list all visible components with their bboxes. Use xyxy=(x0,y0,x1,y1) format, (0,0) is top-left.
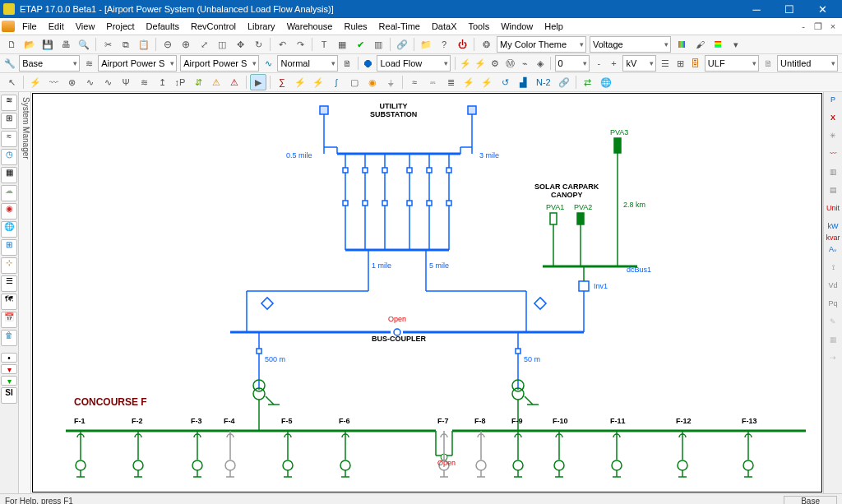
doc-icon[interactable]: 🗎 xyxy=(340,55,354,72)
wave-icon[interactable]: ∿ xyxy=(261,55,275,72)
motor-icon[interactable]: Ⓜ xyxy=(503,55,516,72)
plus-icon[interactable]: + xyxy=(607,55,620,72)
new-icon[interactable]: 🗋 xyxy=(3,36,20,53)
open-icon[interactable]: 📂 xyxy=(21,36,38,53)
menu-tools[interactable]: Tools xyxy=(463,20,496,33)
zig-icon[interactable]: 〰 xyxy=(45,74,62,90)
arrow-icon[interactable]: ↖ xyxy=(3,74,20,90)
switch-icon[interactable]: ⌁ xyxy=(519,55,532,72)
help-icon[interactable]: ? xyxy=(436,36,452,53)
sine2-icon[interactable]: ∿ xyxy=(99,74,116,90)
dock-si-icon[interactable]: SI xyxy=(1,387,17,404)
check-icon[interactable]: ✔ xyxy=(352,36,368,53)
r-sym-icon[interactable]: ⟟ xyxy=(826,263,840,278)
menu-help[interactable]: Help xyxy=(539,20,569,33)
mdi-min[interactable]: - xyxy=(796,21,811,32)
app-menu-icon[interactable] xyxy=(2,21,15,32)
dock-res-icon[interactable]: ≈ xyxy=(1,131,17,147)
orange-icon[interactable]: ◉ xyxy=(364,74,381,90)
link-icon[interactable]: 🔗 xyxy=(394,36,410,53)
menu-library[interactable]: Library xyxy=(242,20,281,33)
r-star-icon[interactable]: ✳ xyxy=(826,132,840,146)
loop-icon[interactable]: ↺ xyxy=(497,74,513,90)
dock-red-icon[interactable]: ◉ xyxy=(1,203,17,220)
system1-combo[interactable]: Airport Power S xyxy=(98,55,177,72)
bolt3-icon[interactable]: ⚡ xyxy=(27,74,44,90)
run-icon[interactable]: ▶ xyxy=(250,74,266,90)
r-bars-icon[interactable]: ▤ xyxy=(826,186,840,201)
gear-icon[interactable]: ⚙ xyxy=(488,55,502,72)
dock-sched-icon[interactable]: ☰ xyxy=(1,275,17,292)
bolt5-icon[interactable]: ⚡ xyxy=(310,74,326,90)
mdi-restore[interactable]: ❐ xyxy=(811,21,826,32)
relay-icon[interactable]: ◈ xyxy=(534,55,547,72)
chart-icon[interactable]: ▟ xyxy=(515,74,531,90)
bolt2-icon[interactable]: ⚡ xyxy=(474,55,487,72)
color-bars-icon[interactable] xyxy=(673,36,690,53)
globe-icon[interactable]: 🌐 xyxy=(598,74,614,90)
zoom-out-icon[interactable]: ⊖ xyxy=(160,36,176,53)
pan-icon[interactable]: ✥ xyxy=(232,36,248,53)
dock-small2-icon[interactable]: ▾ xyxy=(1,364,17,374)
case-icon[interactable]: 🗄 xyxy=(689,55,702,72)
sine-icon[interactable]: ∿ xyxy=(81,74,98,90)
power-icon[interactable]: ⏻ xyxy=(454,36,470,53)
zero-combo[interactable]: 0 xyxy=(555,55,590,72)
dock-tree-icon[interactable]: ⊹ xyxy=(1,257,17,274)
bolt6-icon[interactable]: ⚡ xyxy=(460,74,477,90)
gis-icon[interactable]: ⇄ xyxy=(580,74,596,90)
dock-cloud-icon[interactable]: ☁ xyxy=(1,185,17,201)
menu-datax[interactable]: DataX xyxy=(426,20,463,33)
r-tool-icon[interactable]: ✎ xyxy=(826,317,840,332)
dock-globe-icon[interactable]: 🌐 xyxy=(1,221,17,238)
arrow-up-icon[interactable]: ↥ xyxy=(154,74,170,90)
diagram-canvas[interactable]: UTILITY SUBSTATION 0.5 mile 3 mile 1 mil… xyxy=(32,93,822,492)
fileopen-icon[interactable]: 📁 xyxy=(418,36,434,53)
r-p-icon[interactable]: P xyxy=(826,95,840,110)
r-grid-icon[interactable]: ▦ xyxy=(826,335,840,350)
r-chart-icon[interactable]: ▥ xyxy=(826,168,840,183)
dock-grid-icon[interactable]: ⊞ xyxy=(1,239,17,256)
zoom-area-icon[interactable]: ◫ xyxy=(214,36,230,53)
filter-icon[interactable]: ☰ xyxy=(659,55,672,72)
save-icon[interactable]: 💾 xyxy=(39,36,56,53)
base-combo[interactable]: Base xyxy=(19,55,80,72)
r-wave-icon[interactable]: 〰 xyxy=(826,150,840,164)
p-icon[interactable]: ↕P xyxy=(172,74,188,90)
r-av[interactable]: Aᵥ xyxy=(826,245,840,260)
dock-comp-icon[interactable]: ⊞ xyxy=(1,113,17,129)
palette-icon[interactable]: ▥ xyxy=(370,36,386,53)
bolt7-icon[interactable]: ⚡ xyxy=(479,74,495,90)
wave2-icon[interactable]: ≋ xyxy=(136,74,152,90)
r-pq[interactable]: Pq xyxy=(826,299,840,314)
redo-icon[interactable]: ↷ xyxy=(292,36,308,53)
curve-icon[interactable]: ∫ xyxy=(328,74,345,90)
dock-calc-icon[interactable]: 📅 xyxy=(1,312,17,328)
menu-warehouse[interactable]: Warehouse xyxy=(281,20,339,33)
source-icon[interactable]: ⊗ xyxy=(63,74,80,90)
bolt-icon[interactable]: ⚡ xyxy=(459,55,472,72)
dropdown-icon[interactable]: ▾ xyxy=(728,36,744,53)
ac-icon[interactable]: ≈ xyxy=(406,74,423,90)
dock-map-icon[interactable]: 🗺 xyxy=(1,294,17,310)
link2-icon[interactable]: 🔗 xyxy=(556,74,572,90)
menu-window[interactable]: Window xyxy=(495,20,539,33)
tree-icon[interactable]: ⇵ xyxy=(190,74,206,90)
menu-file[interactable]: File xyxy=(16,20,43,33)
minus-icon[interactable]: - xyxy=(592,55,605,72)
rainbow-icon[interactable] xyxy=(710,36,726,53)
zoom-fit-icon[interactable]: ⤢ xyxy=(196,36,212,53)
dock-clock-icon[interactable]: ◷ xyxy=(1,149,17,165)
grid2-icon[interactable]: ⊞ xyxy=(674,55,687,72)
voltage-combo[interactable]: Voltage xyxy=(590,36,671,53)
dock-small3-icon[interactable]: ▾ xyxy=(1,376,17,386)
system-manager-tab[interactable]: System Manager xyxy=(19,92,31,493)
text-icon[interactable]: T xyxy=(316,36,332,53)
wrench-icon[interactable]: 🔧 xyxy=(3,55,16,72)
doc2-icon[interactable]: 🗎 xyxy=(761,55,775,72)
r-kvar[interactable]: kvar xyxy=(826,234,840,242)
refresh-icon[interactable]: ↻ xyxy=(250,36,266,53)
n2-button[interactable]: N-2 xyxy=(533,74,554,90)
net-icon[interactable]: ≋ xyxy=(82,55,95,72)
brush-icon[interactable]: 🖌 xyxy=(692,36,708,53)
